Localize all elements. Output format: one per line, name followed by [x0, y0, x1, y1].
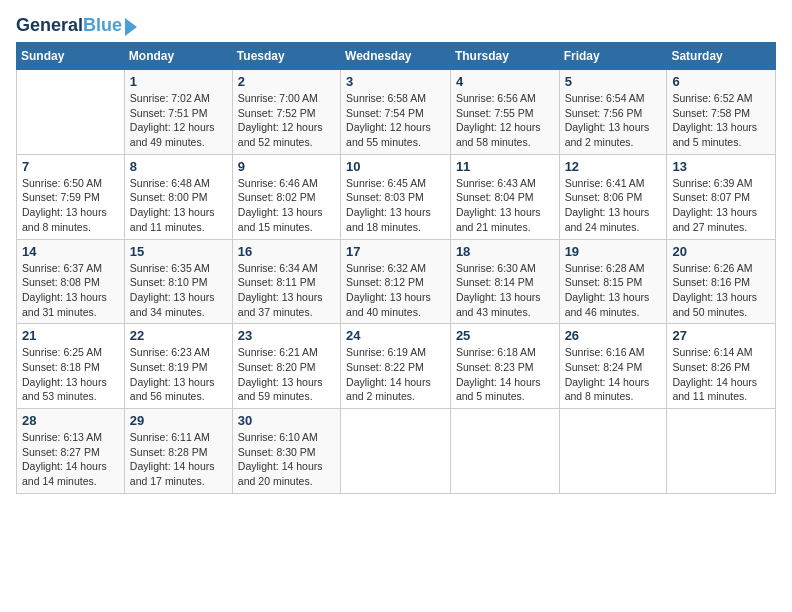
day-number: 23: [238, 328, 335, 343]
day-info: Sunrise: 6:48 AM Sunset: 8:00 PM Dayligh…: [130, 176, 227, 235]
logo-arrow-icon: [125, 18, 137, 36]
day-number: 13: [672, 159, 770, 174]
day-info: Sunrise: 6:30 AM Sunset: 8:14 PM Dayligh…: [456, 261, 554, 320]
day-number: 20: [672, 244, 770, 259]
day-number: 18: [456, 244, 554, 259]
day-number: 28: [22, 413, 119, 428]
calendar-week-row: 1Sunrise: 7:02 AM Sunset: 7:51 PM Daylig…: [17, 70, 776, 155]
calendar-cell: 14Sunrise: 6:37 AM Sunset: 8:08 PM Dayli…: [17, 239, 125, 324]
day-of-week-header: Monday: [124, 43, 232, 70]
day-number: 29: [130, 413, 227, 428]
day-of-week-header: Sunday: [17, 43, 125, 70]
day-info: Sunrise: 6:39 AM Sunset: 8:07 PM Dayligh…: [672, 176, 770, 235]
day-number: 26: [565, 328, 662, 343]
calendar-cell: 28Sunrise: 6:13 AM Sunset: 8:27 PM Dayli…: [17, 409, 125, 494]
calendar-cell: 3Sunrise: 6:58 AM Sunset: 7:54 PM Daylig…: [341, 70, 451, 155]
calendar-cell: 6Sunrise: 6:52 AM Sunset: 7:58 PM Daylig…: [667, 70, 776, 155]
day-of-week-header: Friday: [559, 43, 667, 70]
day-info: Sunrise: 6:50 AM Sunset: 7:59 PM Dayligh…: [22, 176, 119, 235]
calendar-cell: 7Sunrise: 6:50 AM Sunset: 7:59 PM Daylig…: [17, 154, 125, 239]
calendar-cell: 15Sunrise: 6:35 AM Sunset: 8:10 PM Dayli…: [124, 239, 232, 324]
calendar-table: SundayMondayTuesdayWednesdayThursdayFrid…: [16, 42, 776, 494]
day-info: Sunrise: 6:28 AM Sunset: 8:15 PM Dayligh…: [565, 261, 662, 320]
day-number: 4: [456, 74, 554, 89]
calendar-cell: 26Sunrise: 6:16 AM Sunset: 8:24 PM Dayli…: [559, 324, 667, 409]
day-info: Sunrise: 6:13 AM Sunset: 8:27 PM Dayligh…: [22, 430, 119, 489]
calendar-cell: 23Sunrise: 6:21 AM Sunset: 8:20 PM Dayli…: [232, 324, 340, 409]
day-number: 14: [22, 244, 119, 259]
calendar-cell: 24Sunrise: 6:19 AM Sunset: 8:22 PM Dayli…: [341, 324, 451, 409]
day-info: Sunrise: 6:58 AM Sunset: 7:54 PM Dayligh…: [346, 91, 445, 150]
calendar-cell: 8Sunrise: 6:48 AM Sunset: 8:00 PM Daylig…: [124, 154, 232, 239]
day-number: 8: [130, 159, 227, 174]
day-number: 5: [565, 74, 662, 89]
calendar-cell: 17Sunrise: 6:32 AM Sunset: 8:12 PM Dayli…: [341, 239, 451, 324]
day-info: Sunrise: 6:45 AM Sunset: 8:03 PM Dayligh…: [346, 176, 445, 235]
calendar-week-row: 14Sunrise: 6:37 AM Sunset: 8:08 PM Dayli…: [17, 239, 776, 324]
calendar-cell: [559, 409, 667, 494]
calendar-cell: [450, 409, 559, 494]
day-number: 11: [456, 159, 554, 174]
day-info: Sunrise: 6:16 AM Sunset: 8:24 PM Dayligh…: [565, 345, 662, 404]
logo-text: GeneralBlue: [16, 16, 122, 36]
day-number: 7: [22, 159, 119, 174]
day-number: 24: [346, 328, 445, 343]
calendar-cell: 30Sunrise: 6:10 AM Sunset: 8:30 PM Dayli…: [232, 409, 340, 494]
day-info: Sunrise: 6:25 AM Sunset: 8:18 PM Dayligh…: [22, 345, 119, 404]
day-number: 1: [130, 74, 227, 89]
calendar-header-row: SundayMondayTuesdayWednesdayThursdayFrid…: [17, 43, 776, 70]
day-info: Sunrise: 6:21 AM Sunset: 8:20 PM Dayligh…: [238, 345, 335, 404]
calendar-cell: 2Sunrise: 7:00 AM Sunset: 7:52 PM Daylig…: [232, 70, 340, 155]
calendar-cell: 20Sunrise: 6:26 AM Sunset: 8:16 PM Dayli…: [667, 239, 776, 324]
day-info: Sunrise: 6:52 AM Sunset: 7:58 PM Dayligh…: [672, 91, 770, 150]
calendar-cell: 25Sunrise: 6:18 AM Sunset: 8:23 PM Dayli…: [450, 324, 559, 409]
day-info: Sunrise: 7:00 AM Sunset: 7:52 PM Dayligh…: [238, 91, 335, 150]
calendar-cell: 19Sunrise: 6:28 AM Sunset: 8:15 PM Dayli…: [559, 239, 667, 324]
calendar-cell: 13Sunrise: 6:39 AM Sunset: 8:07 PM Dayli…: [667, 154, 776, 239]
day-info: Sunrise: 6:41 AM Sunset: 8:06 PM Dayligh…: [565, 176, 662, 235]
day-number: 27: [672, 328, 770, 343]
day-of-week-header: Saturday: [667, 43, 776, 70]
day-number: 10: [346, 159, 445, 174]
calendar-body: 1Sunrise: 7:02 AM Sunset: 7:51 PM Daylig…: [17, 70, 776, 494]
day-info: Sunrise: 6:34 AM Sunset: 8:11 PM Dayligh…: [238, 261, 335, 320]
calendar-cell: 4Sunrise: 6:56 AM Sunset: 7:55 PM Daylig…: [450, 70, 559, 155]
day-of-week-header: Thursday: [450, 43, 559, 70]
day-number: 3: [346, 74, 445, 89]
calendar-week-row: 7Sunrise: 6:50 AM Sunset: 7:59 PM Daylig…: [17, 154, 776, 239]
calendar-cell: 1Sunrise: 7:02 AM Sunset: 7:51 PM Daylig…: [124, 70, 232, 155]
calendar-cell: 21Sunrise: 6:25 AM Sunset: 8:18 PM Dayli…: [17, 324, 125, 409]
calendar-week-row: 28Sunrise: 6:13 AM Sunset: 8:27 PM Dayli…: [17, 409, 776, 494]
day-number: 22: [130, 328, 227, 343]
day-info: Sunrise: 6:56 AM Sunset: 7:55 PM Dayligh…: [456, 91, 554, 150]
day-number: 12: [565, 159, 662, 174]
day-info: Sunrise: 6:19 AM Sunset: 8:22 PM Dayligh…: [346, 345, 445, 404]
day-info: Sunrise: 6:43 AM Sunset: 8:04 PM Dayligh…: [456, 176, 554, 235]
calendar-cell: 9Sunrise: 6:46 AM Sunset: 8:02 PM Daylig…: [232, 154, 340, 239]
day-number: 15: [130, 244, 227, 259]
day-info: Sunrise: 6:35 AM Sunset: 8:10 PM Dayligh…: [130, 261, 227, 320]
day-number: 16: [238, 244, 335, 259]
day-info: Sunrise: 6:14 AM Sunset: 8:26 PM Dayligh…: [672, 345, 770, 404]
day-number: 21: [22, 328, 119, 343]
calendar-cell: 5Sunrise: 6:54 AM Sunset: 7:56 PM Daylig…: [559, 70, 667, 155]
day-number: 30: [238, 413, 335, 428]
day-number: 9: [238, 159, 335, 174]
day-info: Sunrise: 6:11 AM Sunset: 8:28 PM Dayligh…: [130, 430, 227, 489]
calendar-cell: 18Sunrise: 6:30 AM Sunset: 8:14 PM Dayli…: [450, 239, 559, 324]
day-number: 19: [565, 244, 662, 259]
day-info: Sunrise: 6:46 AM Sunset: 8:02 PM Dayligh…: [238, 176, 335, 235]
day-number: 17: [346, 244, 445, 259]
calendar-cell: 12Sunrise: 6:41 AM Sunset: 8:06 PM Dayli…: [559, 154, 667, 239]
day-number: 25: [456, 328, 554, 343]
page-header: GeneralBlue: [16, 16, 776, 36]
calendar-cell: 10Sunrise: 6:45 AM Sunset: 8:03 PM Dayli…: [341, 154, 451, 239]
calendar-cell: 11Sunrise: 6:43 AM Sunset: 8:04 PM Dayli…: [450, 154, 559, 239]
calendar-cell: 16Sunrise: 6:34 AM Sunset: 8:11 PM Dayli…: [232, 239, 340, 324]
day-info: Sunrise: 6:18 AM Sunset: 8:23 PM Dayligh…: [456, 345, 554, 404]
day-info: Sunrise: 6:32 AM Sunset: 8:12 PM Dayligh…: [346, 261, 445, 320]
calendar-cell: [341, 409, 451, 494]
day-number: 2: [238, 74, 335, 89]
calendar-cell: 27Sunrise: 6:14 AM Sunset: 8:26 PM Dayli…: [667, 324, 776, 409]
day-info: Sunrise: 6:23 AM Sunset: 8:19 PM Dayligh…: [130, 345, 227, 404]
